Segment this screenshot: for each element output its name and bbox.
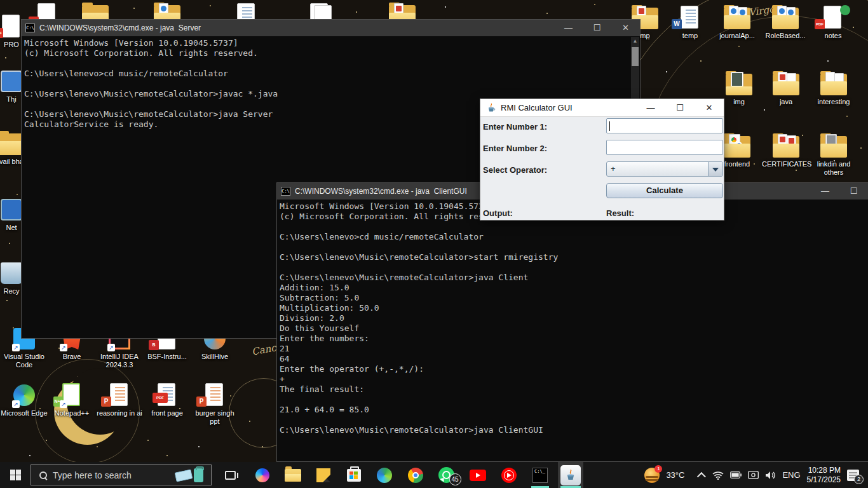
sticky-notes-button[interactable]: [313, 462, 334, 488]
copilot-button[interactable]: [252, 462, 273, 488]
output-label: Output:: [483, 208, 513, 218]
desktop-icon-notes[interactable]: PDFnotes: [809, 5, 857, 40]
desktop-icon-temp[interactable]: Wtemp: [666, 5, 714, 40]
microsoft-store-icon: [347, 469, 361, 482]
desktop-icon-rolebased[interactable]: RoleBased...: [761, 5, 810, 40]
desktop-icon-java-folder[interactable]: java: [762, 71, 810, 106]
desktop-icon-interesting[interactable]: interesting: [810, 71, 858, 106]
search-travel-decoration-icon: [175, 468, 205, 484]
scrollbar-thumb[interactable]: [632, 47, 639, 66]
label-enter-number-2: Enter Number 2:: [483, 144, 547, 153]
cast-icon[interactable]: [748, 471, 759, 479]
desktop-icon-front-page[interactable]: PDFfront page: [143, 383, 191, 417]
desktop-icon-edge[interactable]: Microsoft Edge: [0, 383, 48, 417]
minimize-button[interactable]: —: [554, 20, 583, 36]
maximize-button[interactable]: ☐: [665, 99, 695, 117]
clock[interactable]: 10:28 PM 5/17/2025: [807, 466, 841, 485]
minimize-button[interactable]: —: [811, 183, 839, 200]
cmd-server-title: C:\WINDOWS\system32\cmd.exe - java Serve…: [39, 24, 201, 32]
notification-center-button[interactable]: 2: [847, 470, 859, 481]
cmd-window-clientgui: C:\ C:\WINDOWS\system32\cmd.exe - java C…: [276, 182, 868, 462]
task-view-button[interactable]: [220, 462, 240, 488]
date-text: 5/17/2025: [807, 475, 841, 485]
minimize-button[interactable]: —: [636, 99, 665, 117]
show-hidden-icons-chevron[interactable]: [697, 472, 706, 481]
java-app-icon: [560, 465, 581, 485]
combobox-dropdown-arrow-icon[interactable]: [708, 162, 722, 176]
windows-logo-icon: [10, 470, 21, 480]
label-enter-number-1: Enter Number 1:: [483, 122, 547, 132]
number1-input[interactable]: [606, 118, 723, 133]
youtube-music-icon: [501, 468, 517, 483]
cmd-server-output[interactable]: Microsoft Windows [Version 10.0.19045.57…: [24, 38, 278, 130]
desktop-icon-burger-singh-ppt[interactable]: Pburger singh ppt: [191, 383, 239, 426]
desktop-icon-linkdin-others[interactable]: linkdin and others: [810, 133, 858, 177]
close-button[interactable]: ✕: [695, 99, 724, 117]
maximize-button[interactable]: ☐: [583, 20, 611, 36]
volume-icon[interactable]: [765, 471, 776, 480]
label-select-operator: Select Operator:: [483, 165, 547, 175]
task-view-icon: [225, 471, 236, 480]
calculate-button[interactable]: Calculate: [606, 183, 723, 198]
microsoft-store-button[interactable]: [343, 462, 365, 488]
whatsapp-badge: 45: [449, 473, 461, 485]
text-caret: [609, 121, 610, 131]
time-text: 10:28 PM: [807, 466, 841, 475]
youtube-icon: [470, 470, 486, 481]
close-button[interactable]: ✕: [611, 20, 640, 36]
search-placeholder: Type here to search: [53, 470, 132, 480]
system-tray: 1 33°C ENG 10:28 PM 5/17/2025 2: [644, 462, 864, 488]
wifi-icon[interactable]: [712, 471, 724, 480]
desktop-icon-certificates[interactable]: CERTIFICATES: [762, 133, 810, 168]
taskbar-search-input[interactable]: Type here to search: [31, 464, 212, 485]
cmd-icon: C:\: [25, 24, 35, 32]
number2-input[interactable]: [606, 140, 723, 155]
cmd-icon: C:\: [281, 187, 290, 196]
cmd-icon: [532, 468, 548, 483]
battery-icon[interactable]: [730, 471, 742, 478]
desktop-icon-journalap[interactable]: journalAp...: [713, 5, 761, 40]
start-button[interactable]: [5, 462, 25, 488]
scroll-up-icon[interactable]: ▲: [631, 37, 639, 45]
java-cup-icon: [486, 103, 496, 113]
notification-badge: 2: [854, 475, 864, 484]
taskbar: Type here to search 45 1: [0, 462, 868, 488]
weather-badge: 1: [654, 465, 662, 473]
weather-icon[interactable]: 1: [644, 468, 660, 483]
desktop-icon-notepadpp[interactable]: N++Notepad++: [48, 383, 96, 417]
chrome-icon: [408, 468, 423, 483]
whatsapp-button[interactable]: 45: [435, 462, 457, 488]
sticky-notes-icon: [316, 468, 330, 482]
cmd-server-titlebar[interactable]: C:\ C:\WINDOWS\system32\cmd.exe - java S…: [22, 20, 640, 36]
desktop-icon-reasoning-ai[interactable]: Preasoning in ai: [95, 383, 144, 417]
copilot-icon: [255, 468, 269, 482]
whatsapp-icon: 45: [438, 467, 454, 483]
cmd-taskbar-button[interactable]: [529, 462, 551, 488]
temperature-text[interactable]: 33°C: [666, 470, 684, 480]
edge-icon: [377, 468, 392, 483]
file-explorer-icon: [285, 469, 301, 482]
rmi-calculator-window: RMI Calculator GUI — ☐ ✕ Enter Number 1:…: [480, 98, 724, 220]
operator-selected-value: +: [611, 164, 616, 173]
result-label: Result:: [606, 208, 634, 218]
java-app-taskbar-button[interactable]: [560, 462, 581, 488]
chrome-button[interactable]: [405, 462, 426, 488]
edge-button[interactable]: [374, 462, 395, 488]
maximize-button[interactable]: ☐: [839, 183, 868, 200]
language-indicator[interactable]: ENG: [782, 470, 800, 480]
desktop: Virgo Cancer PDF PDFPRO Thi vail bha Net…: [0, 0, 868, 488]
search-icon: [39, 471, 47, 479]
calculator-title: RMI Calculator GUI: [501, 103, 573, 112]
operator-combobox[interactable]: +: [606, 161, 723, 177]
youtube-button[interactable]: [467, 462, 489, 488]
cmd-clientgui-title: C:\WINDOWS\system32\cmd.exe - java Clien…: [295, 187, 467, 196]
cmd-clientgui-output[interactable]: Microsoft Windows [Version 10.0.19045.57…: [280, 201, 558, 435]
youtube-music-button[interactable]: [498, 462, 520, 488]
file-explorer-button[interactable]: [282, 462, 304, 488]
